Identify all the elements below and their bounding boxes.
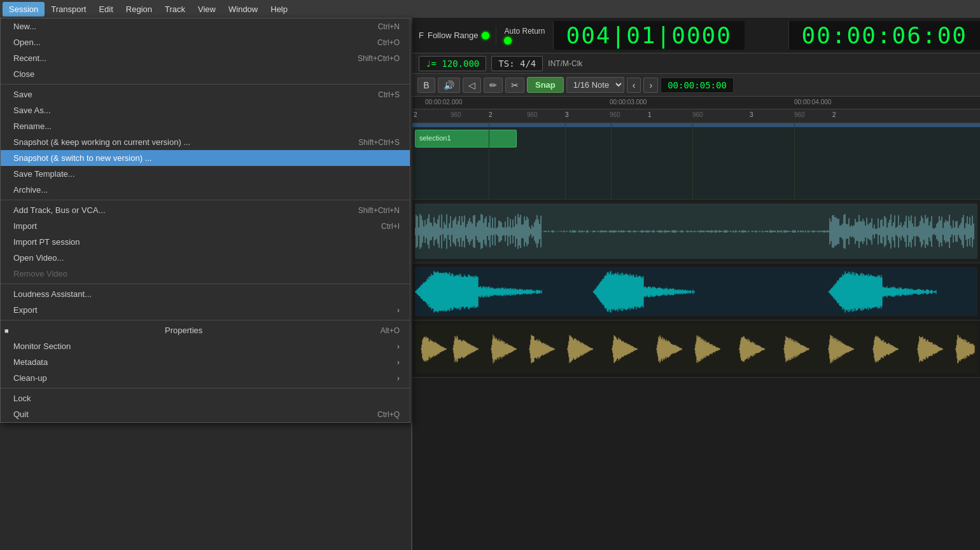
ruler-mark-2: 00:00:03.000 (610, 99, 647, 106)
menu-item-lock[interactable]: Lock (1, 390, 410, 406)
menu-item-label: Rename... (13, 121, 52, 131)
right-panel: F Follow Range Auto Return 004|01|0000 0… (412, 18, 980, 550)
playhead-time-display: 00:00:05:00 (661, 78, 734, 93)
menu-item-label: Save Template... (13, 169, 75, 179)
menu-item-label: Metadata (13, 357, 48, 367)
menu-item-open-video[interactable]: Open Video... (1, 250, 410, 266)
menu-help[interactable]: Help (264, 2, 294, 17)
submenu-arrow-icon: › (397, 373, 400, 383)
menu-item-shortcut: Ctrl+I (381, 222, 400, 231)
menu-session[interactable]: Session (3, 2, 45, 17)
menu-item-import[interactable]: Import Ctrl+I (1, 218, 410, 234)
menu-item-label: Snapshot (& keep working on current vers… (13, 137, 190, 147)
time-display-secondary: 00:00:06:00 (788, 21, 980, 50)
timeline-area: 00:00:02.000 00:00:03.000 00:00:04.000 2… (412, 97, 980, 550)
menu-item-save-template[interactable]: Save Template... (1, 166, 410, 182)
menu-item-label: Export (13, 305, 38, 315)
menu-item-metadata[interactable]: Metadata › (1, 354, 410, 370)
menu-item-save-as[interactable]: Save As... (1, 102, 410, 118)
auto-return-label: Auto Return (504, 27, 545, 36)
menu-item-shortcut: Shift+Ctrl+O (358, 54, 400, 63)
region-selection1[interactable]: selection1 (415, 130, 517, 148)
menu-item-snapshot-switch[interactable]: Snapshot (& switch to new version) ... (1, 150, 410, 166)
menu-item-remove-video: Remove Video (1, 266, 410, 282)
ruler-mark-3: 00:00:04.000 (794, 99, 831, 106)
menu-track[interactable]: Track (158, 2, 192, 17)
menu-item-recent[interactable]: Recent... Shift+Ctrl+O (1, 50, 410, 66)
track-lane-4 (412, 320, 980, 378)
auto-return-led[interactable] (504, 37, 512, 45)
sync-label: INT/M-Clk (548, 59, 582, 68)
menu-edit[interactable]: Edit (92, 2, 119, 17)
toolbar-btn-speaker[interactable]: 🔊 (438, 78, 460, 93)
menu-item-label: Import (13, 221, 37, 231)
menu-separator-2 (1, 200, 410, 200)
menu-item-archive[interactable]: Archive... (1, 182, 410, 198)
ruler-mark-1: 00:00:02.000 (425, 99, 462, 106)
follow-range-text: Follow Range (428, 31, 479, 40)
submenu-arrow-icon: › (397, 305, 400, 315)
menu-item-shortcut: Ctrl+S (378, 90, 400, 99)
menu-item-label: Clean-up (13, 373, 47, 383)
menu-item-label: Import PT session (13, 237, 80, 247)
follow-range-label: F (419, 31, 424, 40)
menu-item-monitor[interactable]: Monitor Section › (1, 338, 410, 354)
nav-next-button[interactable]: › (643, 78, 658, 93)
snap-select[interactable]: 1/16 Note (566, 77, 624, 93)
waveform-canvas-1 (415, 203, 975, 259)
menu-item-quit[interactable]: Quit Ctrl+Q (1, 406, 410, 422)
menu-item-snapshot-keep[interactable]: Snapshot (& keep working on current vers… (1, 134, 410, 150)
menu-separator-5 (1, 388, 410, 388)
menu-item-label: Lock (13, 394, 31, 403)
follow-range-section: F Follow Range (412, 31, 496, 40)
track-lane-1: selection1 (412, 123, 980, 200)
ts-display[interactable]: TS: 4/4 (491, 56, 543, 71)
menu-view[interactable]: View (192, 2, 222, 17)
track-lane-3 (412, 263, 980, 320)
menu-separator-4 (1, 320, 410, 320)
tempo-display[interactable]: ♩= 120.000 (419, 56, 486, 71)
menu-item-loudness[interactable]: Loudness Assistant... (1, 286, 410, 302)
nav-prev-button[interactable]: ‹ (627, 78, 641, 93)
track-lane-2 (412, 200, 980, 263)
waveform-canvas-3 (415, 324, 975, 373)
menu-item-import-pt[interactable]: Import PT session (1, 234, 410, 250)
menu-transport[interactable]: Transport (45, 2, 92, 17)
menu-item-label: Monitor Section (13, 341, 71, 351)
menu-item-label: Remove Video (13, 269, 67, 278)
menu-item-shortcut: Shift+Ctrl+S (358, 138, 400, 147)
snap-button[interactable]: Snap (527, 77, 564, 93)
menu-item-close[interactable]: Close (1, 66, 410, 82)
toolbar-btn-b[interactable]: B (417, 78, 435, 93)
session-dropdown-menu: New... Ctrl+N Open... Ctrl+O Recent... S… (0, 18, 410, 423)
menu-region[interactable]: Region (120, 2, 158, 17)
menu-item-shortcut: Ctrl+O (377, 38, 400, 47)
menu-item-save[interactable]: Save Ctrl+S (1, 86, 410, 102)
follow-range-led[interactable] (482, 32, 489, 39)
menu-item-label: New... (13, 22, 36, 31)
menu-item-label: Save (13, 90, 32, 99)
menu-item-label: Open... (13, 38, 41, 47)
menu-item-new[interactable]: New... Ctrl+N (1, 18, 410, 34)
track-selection-highlight (412, 123, 980, 127)
menu-item-properties[interactable]: ■ Properties Alt+O (1, 322, 410, 338)
ruler-time: 00:00:02.000 00:00:03.000 00:00:04.000 (412, 97, 980, 109)
menu-item-rename[interactable]: Rename... (1, 118, 410, 134)
menu-separator-3 (1, 284, 410, 284)
menubar: Session Transport Edit Region Track View… (0, 0, 980, 18)
menu-item-label: Archive... (13, 185, 48, 195)
submenu-arrow-icon: › (397, 341, 400, 351)
menu-item-shortcut: Ctrl+N (378, 22, 400, 31)
waveform-dark (415, 203, 977, 259)
menu-separator-1 (1, 84, 410, 85)
menu-item-shortcut: Alt+O (381, 326, 400, 335)
toolbar-btn-scissors[interactable]: ✂ (505, 78, 524, 93)
menu-item-cleanup[interactable]: Clean-up › (1, 370, 410, 386)
menu-item-export[interactable]: Export › (1, 302, 410, 318)
toolbar-btn-pencil[interactable]: ✏ (484, 78, 503, 93)
menu-item-label: Add Track, Bus or VCA... (13, 205, 106, 215)
menu-item-add-track[interactable]: Add Track, Bus or VCA... Shift+Ctrl+N (1, 202, 410, 218)
toolbar-btn-return[interactable]: ◁ (463, 78, 481, 93)
menu-window[interactable]: Window (222, 2, 264, 17)
menu-item-open[interactable]: Open... Ctrl+O (1, 34, 410, 50)
